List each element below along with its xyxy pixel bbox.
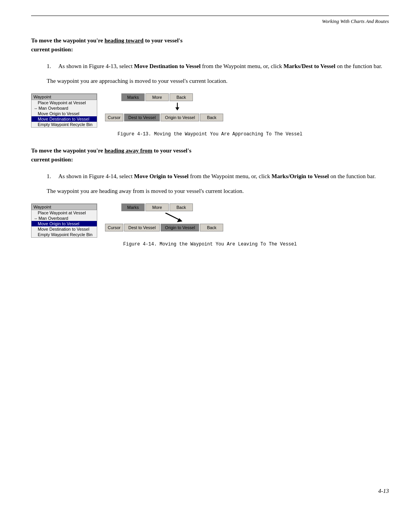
menu-item-2b: ↔ Man Overboard bbox=[32, 216, 97, 221]
back-btn-fig14-top: Back bbox=[170, 203, 193, 211]
menu-item-1a: Place Waypoint at Vessel bbox=[32, 100, 97, 105]
dest-btn-fig14: Dest to Vessel bbox=[124, 224, 160, 231]
fb-row1-fig13: Marks More Back bbox=[105, 93, 223, 101]
menu-title-fig13: Waypoint bbox=[32, 94, 97, 100]
fb-row2-fig13: Cursor Dest to Vessel Origin to Vessel B… bbox=[105, 114, 223, 121]
waypoint-menu-fig14: Waypoint Place Waypoint at Vessel ↔ Man … bbox=[31, 203, 97, 238]
marks-btn-fig14: Marks bbox=[121, 203, 145, 211]
menu-item-4a: Move Destination to Vessel bbox=[32, 116, 97, 122]
arrow-down-fig13 bbox=[131, 103, 223, 112]
more-btn-fig14: More bbox=[145, 203, 169, 211]
down-arrow-svg bbox=[174, 103, 180, 110]
section2-heading: To move the waypoint you're heading away… bbox=[31, 146, 389, 164]
marks-btn-fig13: Marks bbox=[121, 93, 145, 101]
cursor-btn-fig14: Cursor bbox=[105, 224, 123, 231]
step-number-2: 1. bbox=[47, 172, 54, 181]
menu-item-2a: ↔ Man Overboard bbox=[32, 105, 97, 111]
dest-btn-fig13: Dest to Vessel bbox=[124, 114, 160, 121]
header-divider bbox=[31, 16, 389, 16]
function-bar-fig14: Marks More Back Cursor Dest to Vessel Or… bbox=[105, 203, 223, 231]
origin-btn-fig14: Origin to Vessel bbox=[161, 224, 199, 231]
menu-item-1b: Place Waypoint at Vessel bbox=[32, 210, 97, 216]
section2-paragraph: The waypoint you are heading away from i… bbox=[47, 186, 389, 196]
section2-step1: 1. As shown in Figure 4-14, select Move … bbox=[47, 172, 389, 181]
man-overboard-icon-2: ↔ bbox=[34, 216, 38, 221]
back-btn-fig13-bot: Back bbox=[200, 114, 223, 121]
menu-item-3a: Move Origin to Vessel bbox=[32, 111, 97, 116]
fb-row2-fig14: Cursor Dest to Vessel Origin to Vessel B… bbox=[105, 224, 223, 231]
menu-title-fig14: Waypoint bbox=[32, 204, 97, 210]
man-overboard-icon: ↔ bbox=[34, 106, 38, 110]
figure-4-14-caption: Figure 4-14. Moving the Waypoint You Are… bbox=[31, 242, 389, 247]
diagonal-arrow-svg bbox=[165, 213, 185, 222]
fb-row1-fig14: Marks More Back bbox=[105, 203, 223, 211]
menu-item-3b: Move Origin to Vessel bbox=[32, 221, 97, 226]
svg-line-2 bbox=[165, 213, 181, 221]
menu-item-4b: Move Destination to Vessel bbox=[32, 226, 97, 232]
header-title: Working With Charts And Routes bbox=[31, 18, 389, 25]
back-btn-fig14-bot: Back bbox=[200, 224, 223, 231]
step-number: 1. bbox=[47, 61, 54, 71]
section1-steps: 1. As shown in Figure 4-13, select Move … bbox=[47, 61, 389, 71]
waypoint-menu-fig13: Waypoint Place Waypoint at Vessel ↔ Man … bbox=[31, 93, 97, 128]
arrow-diagonal-fig14 bbox=[165, 213, 223, 222]
more-btn-fig13: More bbox=[145, 93, 169, 101]
cursor-btn-fig13: Cursor bbox=[105, 114, 123, 121]
section1-paragraph: The waypoint you are approaching is move… bbox=[47, 76, 389, 86]
figure-4-14-container: Waypoint Place Waypoint at Vessel ↔ Man … bbox=[31, 203, 389, 238]
svg-marker-1 bbox=[175, 107, 179, 110]
menu-item-5b: Empty Waypoint Recycle Bin bbox=[32, 232, 97, 237]
back-btn-fig13-top: Back bbox=[170, 93, 193, 101]
section1-heading: To move the waypoint you're heading towa… bbox=[31, 36, 389, 54]
figure-4-13-caption: Figure 4-13. Moving the Waypoint You Are… bbox=[31, 131, 389, 137]
step-text: As shown in Figure 4-13, select Move Des… bbox=[58, 61, 389, 71]
section2-steps: 1. As shown in Figure 4-14, select Move … bbox=[47, 172, 389, 181]
step-text-2: As shown in Figure 4-14, select Move Ori… bbox=[58, 172, 389, 181]
figure-4-13-container: Waypoint Place Waypoint at Vessel ↔ Man … bbox=[31, 93, 389, 128]
menu-item-5a: Empty Waypoint Recycle Bin bbox=[32, 122, 97, 127]
page-number: 4-13 bbox=[378, 488, 389, 494]
function-bar-fig13: Marks More Back Cursor Dest to Vessel Or… bbox=[105, 93, 223, 121]
section1-step1: 1. As shown in Figure 4-13, select Move … bbox=[47, 61, 389, 71]
origin-btn-fig13: Origin to Vessel bbox=[161, 114, 199, 121]
